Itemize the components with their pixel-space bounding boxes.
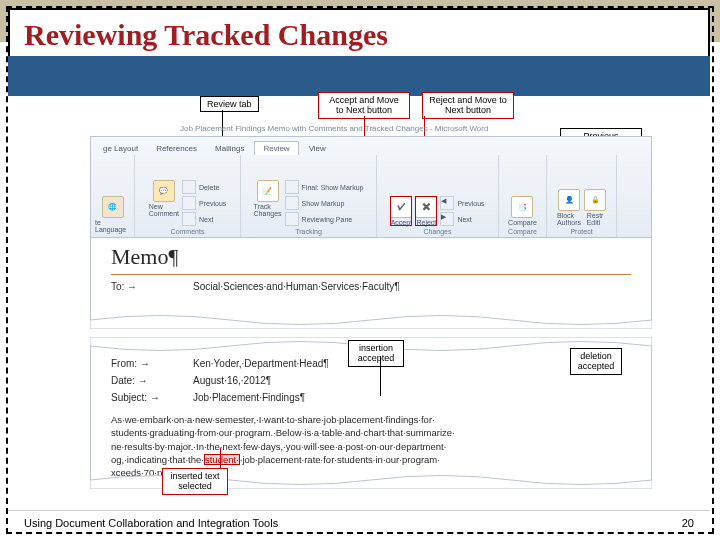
next-comment-button[interactable]: Next bbox=[182, 212, 226, 226]
footer-text: Using Document Collaboration and Integra… bbox=[24, 517, 278, 529]
arrow-line bbox=[380, 356, 381, 396]
group-changes: ✔️ Accept ✖️ Reject ◀Previous ▶Next Chan… bbox=[377, 155, 499, 237]
blue-accent-band bbox=[8, 56, 710, 96]
tab-review[interactable]: Review bbox=[254, 141, 298, 155]
group-language: 🌐 te Language bbox=[91, 155, 135, 237]
group-compare: 📑 Compare Compare bbox=[499, 155, 547, 237]
memo-heading: Memo¶ bbox=[91, 238, 651, 270]
group-protect: 👤 Block Authors 🔒 Restr Editi Protect bbox=[547, 155, 617, 237]
slide-title-box: Reviewing Tracked Changes bbox=[8, 8, 710, 62]
prev-icon bbox=[182, 196, 196, 210]
date-line: Date: → August·16,·2012¶ bbox=[91, 375, 651, 386]
slide-footer: Using Document Collaboration and Integra… bbox=[8, 510, 710, 534]
group-comments: 💬 New Comment Delete Previous Next Comme… bbox=[135, 155, 241, 237]
display-for-review-select[interactable]: Final: Show Markup bbox=[285, 180, 364, 194]
ribbon-tabs: ge Layout References Mailings Review Vie… bbox=[91, 137, 651, 155]
new-comment-button[interactable]: 💬 New Comment bbox=[149, 180, 179, 217]
block-icon: 👤 bbox=[558, 189, 580, 211]
compare-button[interactable]: 📑 Compare bbox=[508, 196, 537, 226]
arrow-line bbox=[220, 448, 221, 468]
delete-icon bbox=[182, 180, 196, 194]
prev-change-icon: ◀ bbox=[440, 196, 454, 210]
reject-button[interactable]: ✖️ Reject bbox=[415, 196, 437, 226]
prev-comment-button[interactable]: Previous bbox=[182, 196, 226, 210]
callout-deletion-accepted: deletion accepted bbox=[570, 348, 622, 375]
tab-mailings[interactable]: Mailings bbox=[207, 142, 252, 155]
reviewing-pane-button[interactable]: Reviewing Pane bbox=[285, 212, 364, 226]
slide-title: Reviewing Tracked Changes bbox=[24, 18, 694, 52]
track-changes-button[interactable]: 📝 Track Changes bbox=[254, 180, 282, 217]
accept-button[interactable]: ✔️ Accept bbox=[390, 196, 412, 226]
block-authors-button[interactable]: 👤 Block Authors bbox=[557, 189, 581, 226]
translate-button[interactable]: 🌐 te Language bbox=[95, 196, 130, 233]
next-icon bbox=[182, 212, 196, 226]
callout-insertion-accepted: insertion accepted bbox=[348, 340, 404, 367]
track-changes-icon: 📝 bbox=[257, 180, 279, 202]
globe-icon: 🌐 bbox=[102, 196, 124, 218]
to-value: Social·Sciences·and·Human·Services·Facul… bbox=[193, 281, 400, 292]
callout-accept-next: Accept and Move to Next button bbox=[318, 92, 410, 119]
tab-references[interactable]: References bbox=[148, 142, 205, 155]
pane-icon bbox=[285, 212, 299, 226]
window-title: Job Placement Findings Memo with Comment… bbox=[180, 124, 488, 133]
document-fragment-1: Memo¶ To: → Social·Sciences·and·Human·Se… bbox=[90, 238, 652, 320]
reject-icon: ✖️ bbox=[415, 196, 437, 218]
to-line: To: → Social·Sciences·and·Human·Services… bbox=[91, 281, 651, 292]
divider bbox=[111, 274, 631, 275]
tab-page-layout[interactable]: ge Layout bbox=[95, 142, 146, 155]
to-label: To: → bbox=[111, 281, 163, 292]
next-change-icon: ▶ bbox=[440, 212, 454, 226]
subject-line: Subject: → Job·Placement·Findings¶ bbox=[91, 392, 651, 403]
restrict-editing-button[interactable]: 🔒 Restr Editi bbox=[584, 189, 606, 226]
delete-comment-button[interactable]: Delete bbox=[182, 180, 226, 194]
callout-inserted-selected: inserted text selected bbox=[162, 468, 228, 495]
markup-icon bbox=[285, 196, 299, 210]
page-number: 20 bbox=[682, 517, 694, 529]
tab-view[interactable]: View bbox=[301, 142, 334, 155]
torn-edge bbox=[90, 311, 652, 329]
prev-change-button[interactable]: ◀Previous bbox=[440, 196, 484, 210]
group-tracking: 📝 Track Changes Final: Show Markup Show … bbox=[241, 155, 377, 237]
callout-reject-next: Reject and Move to Next button bbox=[422, 92, 514, 119]
accept-icon: ✔️ bbox=[390, 196, 412, 218]
lock-icon: 🔒 bbox=[584, 189, 606, 211]
inserted-text: student· bbox=[204, 454, 240, 465]
word-ribbon: ge Layout References Mailings Review Vie… bbox=[90, 136, 652, 238]
screenshot-container: Review tab Accept and Move to Next butto… bbox=[90, 96, 652, 484]
compare-icon: 📑 bbox=[511, 196, 533, 218]
show-markup-button[interactable]: Show Markup bbox=[285, 196, 364, 210]
callout-review-tab: Review tab bbox=[200, 96, 259, 112]
dropdown-icon bbox=[285, 180, 299, 194]
next-change-button[interactable]: ▶Next bbox=[440, 212, 484, 226]
comment-icon: 💬 bbox=[153, 180, 175, 202]
